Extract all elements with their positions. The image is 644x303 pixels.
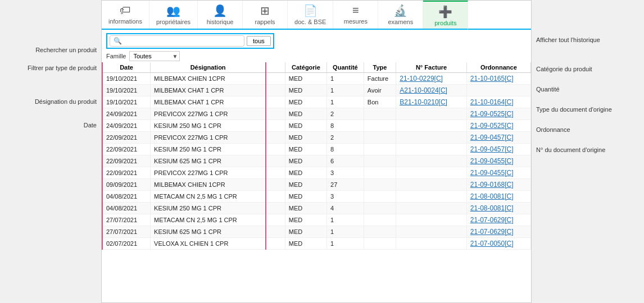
table-cell: 8: [327, 120, 364, 132]
document-link[interactable]: 21-07-0629[C]: [470, 228, 514, 236]
table-cell: MILBEMAX CHAT 1 CPR: [151, 85, 266, 97]
table-cell: MED: [285, 155, 326, 167]
table-cell[interactable]: 21-10-0165[C]: [466, 73, 530, 85]
col-header-type: Type: [364, 62, 396, 73]
label-quantite: Quantité: [532, 82, 644, 97]
table-row: 09/09/2021MILBEMAX CHIEN 1CPRMED2721-09-…: [102, 179, 531, 191]
tab-informations[interactable]: 🏷 informations: [102, 1, 149, 29]
document-link[interactable]: 21-09-0168[C]: [470, 181, 514, 189]
table-cell: 04/08/2021: [102, 191, 151, 203]
document-link[interactable]: 21-09-0525[C]: [470, 110, 514, 118]
table-cell[interactable]: 21-09-0457[C]: [466, 144, 530, 155]
tab-doc-bse[interactable]: 📄 doc. & BSE: [288, 1, 333, 29]
tab-produits[interactable]: ➕ produits: [423, 1, 468, 30]
document-link[interactable]: 21-09-0457[C]: [470, 145, 514, 153]
tab-proprietaires[interactable]: 👥 propriétaires: [149, 1, 198, 29]
table-row: 02/07/2021VELOXA XL CHIEN 1 CPRMED121-07…: [102, 238, 531, 250]
right-annotation-labels: Afficher tout l'historique Catégorie du …: [532, 0, 644, 303]
table-cell: [364, 226, 396, 238]
table-cell: [396, 179, 467, 191]
tab-rappels-label: rappels: [255, 19, 275, 25]
label-type-doc: Type du document d'origine: [532, 102, 644, 117]
table-cell: [364, 203, 396, 214]
tab-historique[interactable]: 👤 historique: [198, 1, 243, 29]
table-cell: [266, 191, 285, 203]
table-cell: MED: [285, 238, 326, 250]
document-link[interactable]: 21-10-0164[C]: [470, 98, 514, 106]
table-cell[interactable]: 21-10-0229[C]: [396, 73, 467, 85]
tab-examens-label: examens: [388, 19, 414, 25]
table-cell[interactable]: 21-10-0164[C]: [466, 97, 530, 108]
table-cell[interactable]: 21-09-0168[C]: [466, 179, 530, 191]
table-cell[interactable]: A21-10-0024[C]: [396, 85, 467, 97]
table-cell: METACAM CN 2,5 MG 1 CPR: [151, 214, 266, 226]
table-cell[interactable]: 21-07-0629[C]: [466, 214, 530, 226]
table-cell[interactable]: 21-09-0455[C]: [466, 155, 530, 167]
table-row: 19/10/2021MILBEMAX CHAT 1 CPRMED1BonB21-…: [102, 97, 531, 108]
table-cell[interactable]: 21-09-0525[C]: [466, 120, 530, 132]
tab-mesures-label: mesures: [344, 18, 368, 25]
table-cell: MED: [285, 203, 326, 214]
famille-label: Famille: [106, 53, 126, 59]
document-link[interactable]: 21-10-0229[C]: [400, 75, 443, 82]
document-link[interactable]: 21-09-0455[C]: [470, 157, 514, 165]
table-cell: 19/10/2021: [102, 85, 151, 97]
table-cell[interactable]: B21-10-0210[C]: [396, 97, 467, 108]
document-link[interactable]: 21-07-0050[C]: [470, 240, 514, 247]
table-cell: 6: [327, 155, 364, 167]
search-box[interactable]: 🔍: [110, 35, 244, 47]
table-cell: MED: [285, 191, 326, 203]
document-link[interactable]: B21-10-0210[C]: [400, 98, 447, 106]
table-cell: 19/10/2021: [102, 97, 151, 108]
document-link[interactable]: A21-10-0024[C]: [400, 86, 447, 94]
table-cell: MILBEMAX CHIEN 1CPR: [151, 179, 266, 191]
table-row: 24/09/2021PREVICOX 227MG 1 CPRMED221-09-…: [102, 108, 531, 120]
table-cell: [266, 179, 285, 191]
label-rechercher: Rechercher un produit: [0, 44, 101, 56]
table-cell: [266, 214, 285, 226]
table-cell: [364, 238, 396, 250]
document-link[interactable]: 21-09-0525[C]: [470, 122, 514, 130]
table-cell[interactable]: 21-07-0050[C]: [466, 238, 530, 250]
table-cell[interactable]: 21-08-0081[C]: [466, 191, 530, 203]
table-cell: PREVICOX 227MG 1 CPR: [151, 108, 266, 120]
examens-icon: 🔬: [393, 4, 407, 17]
table-cell: KESIUM 250 MG 1 CPR: [151, 144, 266, 155]
table-cell: [266, 120, 285, 132]
document-link[interactable]: 21-08-0081[C]: [470, 204, 514, 212]
table-cell[interactable]: 21-09-0455[C]: [466, 167, 530, 179]
table-cell: [266, 144, 285, 155]
table-cell: [266, 97, 285, 108]
table-cell[interactable]: 21-09-0525[C]: [466, 108, 530, 120]
table-cell: Avoir: [364, 85, 396, 97]
document-link[interactable]: 21-08-0081[C]: [470, 192, 514, 200]
document-link[interactable]: 21-09-0455[C]: [470, 169, 514, 177]
tab-examens[interactable]: 🔬 examens: [378, 1, 423, 29]
famille-select[interactable]: Toutes: [129, 51, 180, 61]
table-cell: [364, 167, 396, 179]
col-header-ordonnance: Ordonnance: [466, 62, 530, 73]
search-group: 🔍 tous: [106, 33, 274, 49]
search-input[interactable]: [124, 38, 237, 44]
table-cell: 04/08/2021: [102, 203, 151, 214]
table-cell[interactable]: 21-07-0629[C]: [466, 226, 530, 238]
table-cell: [266, 155, 285, 167]
table-cell: PREVICOX 227MG 1 CPR: [151, 167, 266, 179]
document-link[interactable]: 21-07-0629[C]: [470, 216, 514, 224]
col-header-designation: Désignation: [151, 62, 266, 73]
tab-rappels[interactable]: ⊞ rappels: [243, 1, 288, 29]
table-cell[interactable]: 21-09-0457[C]: [466, 132, 530, 144]
famille-select-wrapper[interactable]: Toutes ▼: [129, 51, 180, 61]
table-cell: 24/09/2021: [102, 108, 151, 120]
table-cell: [396, 191, 467, 203]
tab-mesures[interactable]: ≡ mesures: [333, 1, 378, 29]
table-cell: 1: [327, 97, 364, 108]
table-cell[interactable]: 21-08-0081[C]: [466, 203, 530, 214]
tous-button[interactable]: tous: [247, 36, 271, 46]
document-link[interactable]: 21-09-0457[C]: [470, 134, 514, 141]
proprietaires-icon: 👥: [166, 4, 180, 17]
table-cell: VELOXA XL CHIEN 1 CPR: [151, 238, 266, 250]
document-link[interactable]: 21-10-0165[C]: [470, 75, 514, 82]
label-date: Date: [0, 119, 101, 131]
table-cell: [266, 203, 285, 214]
